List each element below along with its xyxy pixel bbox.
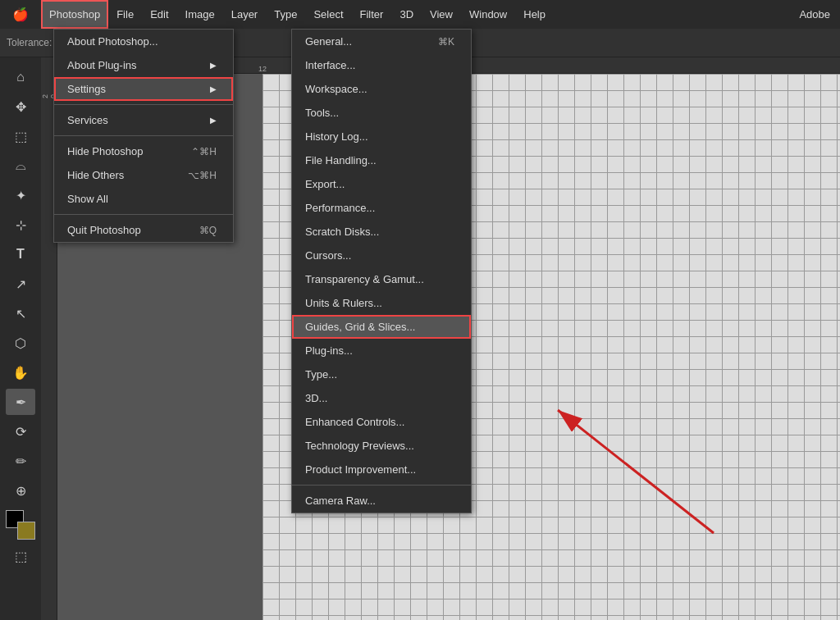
settings-type-label: Type... [305,368,337,381]
zoom-tool-btn[interactable]: ⊕ [6,477,35,504]
settings-guides-grid-slices-label: Guides, Grid & Slices... [305,321,415,333]
separator-1 [54,104,233,105]
menu-about-photoshop-label: About Photoshop... [67,35,158,48]
settings-cursors[interactable]: Cursors... [292,244,471,267]
menu-hide-photoshop-shortcut: ⌃⌘H [191,146,217,157]
menu-hide-others-shortcut: ⌥⌘H [188,170,217,181]
menu-quit-photoshop-label: Quit Photoshop [67,224,141,236]
menubar: 🍎 Photoshop File Edit Image Layer Type S… [0,0,840,29]
pen-tool-btn[interactable]: ✒ [6,389,35,415]
menubar-select[interactable]: Select [305,0,351,29]
settings-history-log-label: History Log... [305,130,368,143]
menu-show-all-label: Show All [67,193,108,205]
settings-camera-raw-label: Camera Raw... [305,495,376,507]
settings-history-log[interactable]: History Log... [292,125,471,148]
ruler-tick-12: 12 [258,65,291,73]
home-tool-btn[interactable]: ⌂ [6,64,35,90]
settings-workspace[interactable]: Workspace... [292,77,471,101]
settings-product-improvement[interactable]: Product Improvement... [292,458,471,481]
photoshop-dropdown: About Photoshop... About Plug-ins Settin… [53,29,234,243]
settings-general[interactable]: General... ⌘K [292,30,471,53]
menubar-edit[interactable]: Edit [142,0,176,29]
separator-2 [54,135,233,136]
menu-services-label: Services [67,114,108,126]
settings-performance[interactable]: Performance... [292,196,471,220]
move-tool-btn[interactable]: ✥ [6,93,35,120]
eyedropper-tool-btn[interactable]: ✏ [6,448,35,474]
settings-type[interactable]: Type... [292,362,471,386]
extra-tool-btn[interactable]: ⬚ [6,543,35,569]
magic-wand-tool-btn[interactable]: ✦ [6,182,35,208]
shape-tool-btn[interactable]: ⬡ [6,330,35,356]
menu-hide-others[interactable]: Hide Others ⌥⌘H [54,163,233,187]
lasso-tool-btn[interactable]: ⌓ [6,153,35,179]
menubar-help[interactable]: Help [515,0,554,29]
settings-guides-grid-slices[interactable]: Guides, Grid & Slices... [292,315,471,339]
menu-services[interactable]: Services [54,108,233,132]
crop-tool-btn[interactable]: ⊹ [6,212,35,238]
menubar-right-label: Adobe [789,8,840,21]
settings-units-rulers[interactable]: Units & Rulers... [292,291,471,315]
settings-3d[interactable]: 3D... [292,386,471,410]
tolerance-label: Tolerance: [7,37,52,48]
rotate-tool-btn[interactable]: ⟳ [6,418,35,444]
menu-hide-others-label: Hide Others [67,169,124,181]
menu-hide-photoshop-label: Hide Photoshop [67,145,144,157]
menubar-window[interactable]: Window [461,0,515,29]
settings-general-shortcut: ⌘K [438,36,454,48]
background-color-swatch[interactable] [17,522,35,540]
settings-camera-raw[interactable]: Camera Raw... [292,489,471,513]
settings-scratch-disks[interactable]: Scratch Disks... [292,220,471,244]
menu-quit-photoshop[interactable]: Quit Photoshop ⌘Q [54,218,233,242]
settings-technology-previews-label: Technology Previews... [305,440,414,452]
menubar-image[interactable]: Image [177,0,223,29]
settings-technology-previews[interactable]: Technology Previews... [292,434,471,458]
color-swatches[interactable] [6,510,35,540]
settings-interface-label: Interface... [305,59,355,71]
menu-hide-photoshop[interactable]: Hide Photoshop ⌃⌘H [54,139,233,163]
settings-transparency-gamut[interactable]: Transparency & Gamut... [292,267,471,291]
settings-enhanced-controls-label: Enhanced Controls... [305,416,404,428]
settings-submenu: General... ⌘K Interface... Workspace... … [291,29,472,513]
path-selection-tool-btn[interactable]: ↗ [6,271,35,297]
settings-export[interactable]: Export... [292,172,471,196]
direct-selection-tool-btn[interactable]: ↖ [6,300,35,326]
menu-show-all[interactable]: Show All [54,187,233,211]
settings-scratch-disks-label: Scratch Disks... [305,226,379,238]
settings-performance-label: Performance... [305,202,375,214]
type-tool-btn[interactable]: T [6,241,35,267]
menubar-layer[interactable]: Layer [223,0,267,29]
menubar-file[interactable]: File [108,0,142,29]
menubar-3d[interactable]: 3D [391,0,422,29]
menu-about-plugins[interactable]: About Plug-ins [54,53,233,77]
menubar-view[interactable]: View [422,0,461,29]
settings-transparency-gamut-label: Transparency & Gamut... [305,273,424,285]
menu-quit-photoshop-shortcut: ⌘Q [199,225,217,236]
settings-separator [292,485,471,486]
hand-tool-btn[interactable]: ✋ [6,359,35,385]
settings-interface[interactable]: Interface... [292,53,471,77]
menu-settings[interactable]: Settings [54,77,233,101]
apple-menu[interactable]: 🍎 [0,0,41,29]
settings-3d-label: 3D... [305,392,327,404]
settings-enhanced-controls[interactable]: Enhanced Controls... [292,410,471,434]
separator-3 [54,214,233,215]
settings-cursors-label: Cursors... [305,249,351,262]
settings-plugins[interactable]: Plug-ins... [292,339,471,362]
settings-units-rulers-label: Units & Rulers... [305,297,382,309]
settings-tools[interactable]: Tools... [292,101,471,125]
menubar-photoshop[interactable]: Photoshop [41,0,108,29]
menu-settings-label: Settings [67,83,106,95]
settings-tools-label: Tools... [305,107,339,119]
menu-about-plugins-label: About Plug-ins [67,59,137,71]
settings-product-improvement-label: Product Improvement... [305,463,416,476]
marquee-tool-btn[interactable]: ⬚ [6,123,35,149]
menu-about-photoshop[interactable]: About Photoshop... [54,30,233,53]
settings-file-handling-label: File Handling... [305,154,377,166]
left-toolbar: ⌂ ✥ ⬚ ⌓ ✦ ⊹ T ↗ ↖ ⬡ ✋ ✒ ⟳ ✏ ⊕ ⬚ [0,57,41,620]
settings-workspace-label: Workspace... [305,83,368,95]
settings-file-handling[interactable]: File Handling... [292,148,471,172]
menubar-filter[interactable]: Filter [352,0,392,29]
ruler-left-0: 2 [41,90,49,98]
menubar-type[interactable]: Type [266,0,305,29]
